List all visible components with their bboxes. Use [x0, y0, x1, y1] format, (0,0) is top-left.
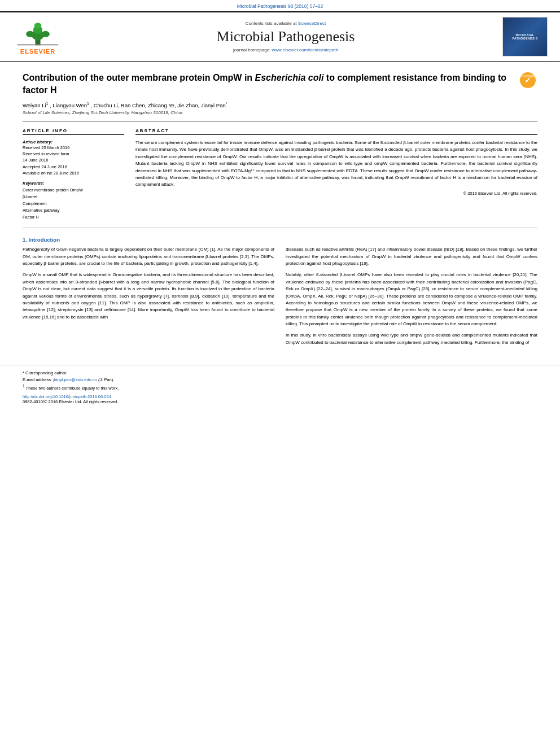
footnote1-text: These two authors contribute equally to …	[26, 386, 119, 391]
authors-line: Weiyan Li1 , Liangyou Wen1 , Chuchu Li, …	[23, 102, 512, 108]
cover-image: MICROBIAL PATHOGENESIS	[502, 17, 548, 56]
cover-title-text: MICROBIAL PATHOGENESIS	[505, 33, 545, 41]
corresponding-footnote: * Corresponding author.	[23, 370, 537, 377]
footer: * Corresponding author. E-mail address: …	[0, 365, 560, 409]
authors-continued: , Chuchu Li, Ran Chen, Zhicang Ye, Jie Z…	[90, 102, 225, 108]
intro-p2: OmpW is a small OMP that is widespread i…	[23, 272, 274, 321]
svg-point-3	[34, 23, 42, 29]
received-date: Received 25 March 2016	[23, 145, 124, 151]
homepage-prefix: journal homepage:	[233, 47, 270, 53]
article-info-column: ARTICLE INFO Article history: Received 2…	[23, 128, 124, 221]
journal-reference: Microbial Pathogenesis 98 (2016) 57–62	[0, 0, 560, 11]
crossmark-section: ✓ CrossMark	[518, 72, 537, 89]
journal-ref-text: Microbial Pathogenesis 98 (2016) 57–62	[237, 3, 323, 9]
sciencedirect-line: Contents lists available at ScienceDirec…	[75, 21, 497, 26]
footnote1-sup: 1	[23, 384, 25, 388]
title-part1: Contribution of the outer membrane prote…	[23, 73, 255, 82]
email-label: E-mail address:	[23, 377, 52, 382]
journal-cover: MICROBIAL PATHOGENESIS	[502, 17, 553, 56]
article-title-text: Contribution of the outer membrane prote…	[23, 72, 512, 115]
main-content: Contribution of the outer membrane prote…	[0, 62, 560, 359]
elsevier-logo-section: ELSEVIER	[7, 19, 69, 55]
intro-p1: Pathogenicity of Gram-negative bacteria …	[23, 246, 274, 267]
affiliation: School of Life Sciences, Zhejiang Sci-Te…	[23, 110, 512, 115]
available-date: Available online 28 June 2016	[23, 170, 124, 176]
crossmark-icon: ✓ CrossMark	[519, 72, 536, 89]
history-label: Article history:	[23, 139, 124, 145]
journal-header: ELSEVIER Contents lists available at Sci…	[0, 11, 560, 62]
journal-homepage: journal homepage: www.elsevier.com/locat…	[75, 47, 497, 53]
doi-link[interactable]: http://dx.doi.org/10.1016/j.micpath.2016…	[23, 394, 537, 399]
elsevier-tree-icon	[15, 19, 60, 47]
copyright-line: © 2016 Elsevier Ltd. All rights reserved…	[135, 191, 537, 196]
homepage-link[interactable]: www.elsevier.com/locate/micpath	[272, 47, 338, 53]
abstract-column: ABSTRACT The serum complement system is …	[135, 128, 537, 221]
abstract-text: The serum complement system is essential…	[135, 139, 537, 189]
article-title: Contribution of the outer membrane prote…	[23, 72, 512, 97]
keyword-5: Factor H	[23, 214, 124, 221]
journal-header-center: Contents lists available at ScienceDirec…	[75, 21, 497, 53]
corresponding-sup: *	[226, 102, 228, 106]
body-two-col: Pathogenicity of Gram-negative bacteria …	[23, 246, 537, 351]
svg-point-5	[41, 31, 50, 37]
body-col-left: Pathogenicity of Gram-negative bacteria …	[23, 246, 274, 351]
revised-label: Received in revised form	[23, 151, 124, 157]
accepted-date: Accepted 24 June 2016	[23, 164, 124, 170]
author-liangyou: , Liangyou Wen	[50, 102, 87, 108]
keywords-label: Keywords:	[23, 181, 124, 186]
intro-heading: 1. Introduction	[23, 237, 537, 243]
keyword-2: β-barrel	[23, 194, 124, 200]
email-person: (J. Pan).	[98, 377, 114, 382]
svg-text:CrossMark: CrossMark	[519, 74, 536, 78]
keyword-3: Complement	[23, 200, 124, 207]
keyword-1: Outer membrane protein OmpW	[23, 187, 124, 194]
revised-date: 14 June 2016	[23, 157, 124, 163]
article-title-section: Contribution of the outer membrane prote…	[23, 62, 537, 121]
elsevier-logo: ELSEVIER	[7, 19, 69, 55]
title-italic: Escherichia coli	[255, 73, 324, 82]
author-weiyan: Weiyan Li	[23, 102, 46, 108]
abstract-label: ABSTRACT	[135, 128, 537, 135]
info-abstract-section: ARTICLE INFO Article history: Received 2…	[23, 121, 537, 228]
sciencedirect-link[interactable]: ScienceDirect	[298, 21, 326, 26]
body-col-right: diseases such as reactive arthritis (ReA…	[286, 246, 537, 351]
issn-line: 0882-4010/© 2016 Elsevier Ltd. All right…	[23, 399, 537, 404]
email-address[interactable]: jianyi.pan@zstu.edu.cn	[53, 377, 97, 382]
sciencedirect-prefix: Contents lists available at	[246, 21, 297, 26]
journal-title: Microbial Pathogenesis	[75, 28, 497, 45]
article-info-label: ARTICLE INFO	[23, 128, 124, 135]
svg-point-4	[26, 31, 34, 37]
email-footnote: E-mail address: jianyi.pan@zstu.edu.cn (…	[23, 377, 537, 383]
page: Microbial Pathogenesis 98 (2016) 57–62 E…	[0, 0, 560, 747]
body-content: 1. Introduction Pathogenicity of Gram-ne…	[23, 228, 537, 359]
equal-contrib-footnote: 1 These two authors contribute equally t…	[23, 383, 537, 392]
intro-p3: diseases such as reactive arthritis (ReA…	[286, 246, 537, 267]
author1-sup: 1	[46, 102, 49, 106]
article-history: Article history: Received 25 March 2016 …	[23, 139, 124, 176]
intro-p5: In this study, in vitro bactericidal ass…	[286, 332, 537, 346]
elsevier-brand-text: ELSEVIER	[20, 48, 55, 55]
corresponding-label: * Corresponding author.	[23, 370, 67, 375]
intro-p4: Notably, other 8-stranded β-barrel OMPs …	[286, 272, 537, 327]
author2-sup: 1	[87, 102, 89, 106]
svg-rect-6	[18, 44, 59, 45]
keyword-4: Alternative pathway	[23, 207, 124, 214]
